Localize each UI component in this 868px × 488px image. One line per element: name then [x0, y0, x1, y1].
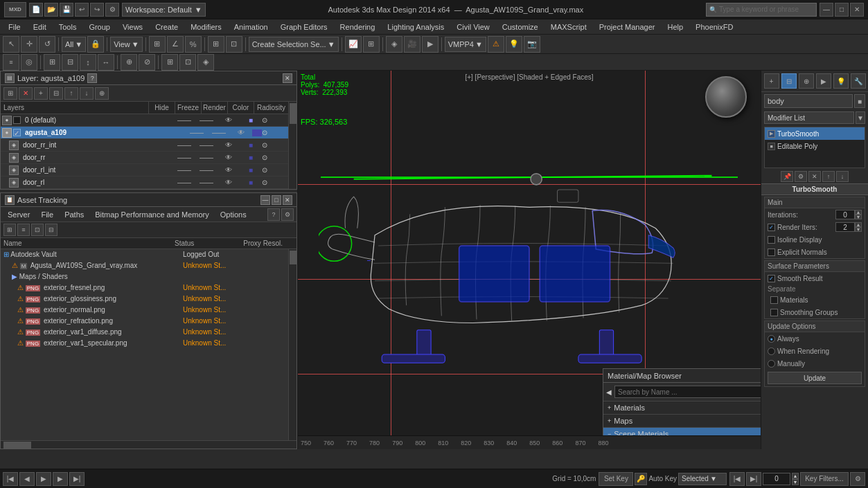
ri-down-btn[interactable]: ▼ — [855, 227, 862, 232]
hierarchy-tab[interactable]: ⊕ — [799, 73, 814, 89]
schematic-view[interactable]: ⊞ — [363, 36, 380, 53]
layers-help-btn[interactable]: ? — [87, 73, 97, 83]
tb2-btn9[interactable]: ◈ — [197, 54, 214, 71]
time-cfg-btn[interactable]: ⚙ — [850, 472, 865, 486]
new-button[interactable]: 📄 — [29, 3, 43, 17]
menu-graph-editors[interactable]: Graph Editors — [275, 20, 333, 34]
modifier-turbosmooth[interactable]: ▶ TurboSmooth — [765, 127, 865, 140]
curve-editor[interactable]: 📈 — [345, 36, 362, 53]
menu-group[interactable]: Group — [83, 20, 116, 34]
open-button[interactable]: 📂 — [44, 3, 58, 17]
manually-radio[interactable] — [768, 360, 775, 368]
layer-row-door-rl-int[interactable]: ◈ door_rl_int —— —— 👁 ■ ⊙ — [1, 164, 296, 177]
display-btn[interactable]: ◎ — [21, 54, 37, 71]
selection-lock[interactable]: 🔒 — [87, 36, 104, 53]
asset-view-3[interactable]: ⊡ — [31, 224, 44, 236]
mod-remove-btn[interactable]: ✕ — [808, 171, 821, 182]
go-to-end-btn[interactable]: ▶| — [69, 472, 85, 486]
menu-help[interactable]: Help — [662, 20, 689, 34]
workspace-dropdown[interactable]: Workspace: Default ▼ — [122, 3, 206, 17]
render-iters-checkbox[interactable]: ✓ — [768, 224, 775, 231]
update-button[interactable]: Update — [768, 372, 862, 384]
menu-edit[interactable]: Edit — [28, 20, 52, 34]
modifier-list-dropdown[interactable]: Modifier List — [764, 111, 854, 124]
select-filter-dropdown[interactable]: All▼ — [62, 37, 86, 52]
mirror-tool[interactable]: ⊞ — [208, 36, 224, 53]
asset-row-main-file[interactable]: ⚠ M Agusta_AW109S_Grand_vray.max Unknown… — [1, 260, 296, 271]
asset-row-refraction[interactable]: ⚠ PNG exterior_refraction.png Unknown St… — [1, 316, 296, 327]
layers-scroll-thumb[interactable] — [290, 103, 296, 124]
mod-up-btn[interactable]: ↑ — [822, 171, 835, 182]
ri-up-btn[interactable]: ▲ — [855, 222, 862, 227]
asset-menu-bitmap[interactable]: Bitmap Performance and Memory — [91, 209, 213, 220]
next-frame-btn[interactable]: ▶ — [53, 472, 68, 486]
tb2-btn1[interactable]: ⊞ — [44, 54, 60, 71]
angle-snap[interactable]: ∠ — [167, 36, 184, 53]
tb2-btn3[interactable]: ↕ — [80, 54, 96, 71]
rotate-tool[interactable]: ↺ — [39, 36, 55, 53]
undo-button[interactable]: ↩ — [75, 3, 89, 17]
menu-create[interactable]: Create — [150, 20, 184, 34]
snap-toggle[interactable]: ⊞ — [149, 36, 166, 53]
key-filters-btn[interactable]: Key Filters... — [800, 472, 849, 486]
selected-dropdown[interactable]: Selected ▼ — [678, 473, 727, 485]
close-button[interactable]: ✕ — [850, 3, 864, 17]
asset-restore-btn[interactable]: □ — [272, 195, 281, 205]
menu-tools[interactable]: Tools — [53, 20, 82, 34]
restore-button[interactable]: □ — [835, 3, 849, 17]
create-tab[interactable]: + — [764, 73, 779, 89]
layer-row-door-rr-int[interactable]: ◈ door_rr_int —— —— 👁 ■ ⊙ — [1, 139, 296, 152]
percent-snap[interactable]: % — [185, 36, 202, 53]
menu-customize[interactable]: Customize — [497, 20, 544, 34]
layer-row-checkbox[interactable] — [13, 116, 21, 124]
asset-row-vault[interactable]: ⊞ Autodesk Vault Logged Out — [1, 249, 296, 260]
when-rendering-radio[interactable] — [768, 347, 775, 355]
asset-view-4[interactable]: ⊟ — [45, 224, 57, 236]
tb2-btn8[interactable]: ⊡ — [179, 54, 196, 71]
always-radio[interactable]: ● — [768, 335, 775, 343]
vmpp-dropdown[interactable]: VMPP4▼ — [445, 37, 486, 52]
materials-checkbox[interactable] — [770, 296, 778, 304]
object-color-swatch[interactable]: ■ — [854, 94, 865, 108]
asset-menu-server[interactable]: Server — [3, 209, 34, 220]
layer-agusta-checkbox[interactable]: ✓ — [13, 129, 21, 136]
align-tool[interactable]: ⊡ — [226, 36, 242, 53]
asset-menu-options[interactable]: Options — [216, 209, 251, 220]
quick-render[interactable]: ▶ — [422, 36, 439, 53]
asset-row-glossiness[interactable]: ⚠ PNG exterior_glossiness.png Unknown St… — [1, 293, 296, 305]
asset-row-var1-diffuse[interactable]: ⚠ PNG exterior_var1_diffuse.png Unknown … — [1, 327, 296, 338]
iter-up-btn[interactable]: ▲ — [855, 210, 862, 215]
render-iters-value[interactable]: 2 — [835, 222, 855, 232]
utility-tab[interactable]: 🔧 — [851, 73, 866, 89]
asset-row-maps[interactable]: ▶ Maps / Shaders — [1, 271, 296, 282]
mod-cfg-btn[interactable]: ⚙ — [795, 171, 807, 182]
modify-tab[interactable]: ⊟ — [781, 73, 797, 89]
minimize-button[interactable]: — — [820, 3, 833, 17]
asset-icon-2[interactable]: ⚙ — [281, 208, 294, 221]
menu-phoenixfd[interactable]: PhoenixFD — [690, 20, 738, 34]
prev-frame-btn[interactable]: ◀ — [19, 472, 35, 486]
menu-project[interactable]: Project Manager — [594, 20, 661, 34]
tb2-btn5[interactable]: ⊕ — [121, 54, 137, 71]
modifier-editable-poly[interactable]: ■ Editable Poly — [765, 140, 865, 152]
search-box[interactable]: 🔍 Type a keyword or phrase — [706, 3, 817, 17]
layer-row-default[interactable]: ● 0 (default) —— —— 👁 ■ ⊙ — [1, 114, 296, 127]
layers-tb-btn1[interactable]: ⊞ — [3, 87, 17, 100]
mat-search-input[interactable] — [614, 386, 761, 398]
save-button[interactable]: 💾 — [60, 3, 73, 17]
lights-button[interactable]: 💡 — [506, 36, 522, 53]
asset-row-normal[interactable]: ⚠ PNG exterior_normal.png Unknown St... — [1, 305, 296, 316]
go-to-start-btn[interactable]: |◀ — [3, 472, 18, 486]
modifier-list-arrow[interactable]: ▼ — [856, 111, 865, 124]
menu-rendering[interactable]: Rendering — [335, 20, 381, 34]
layers-tb-btn3[interactable]: + — [34, 87, 48, 100]
asset-scrollbar[interactable] — [288, 249, 296, 440]
layers-tb-btn6[interactable]: ↓ — [80, 87, 94, 100]
asset-menu-file[interactable]: File — [37, 209, 57, 220]
asset-view-2[interactable]: ≡ — [17, 224, 30, 236]
settings-button[interactable]: ⚙ — [105, 3, 119, 17]
material-editor[interactable]: ◈ — [386, 36, 402, 53]
asset-row-var1-specular[interactable]: ⚠ PNG exterior_var1_specular.png Unknown… — [1, 338, 296, 349]
selection-set-dropdown[interactable]: Create Selection Se...▼ — [249, 37, 339, 52]
menu-modifiers[interactable]: Modifiers — [185, 20, 227, 34]
